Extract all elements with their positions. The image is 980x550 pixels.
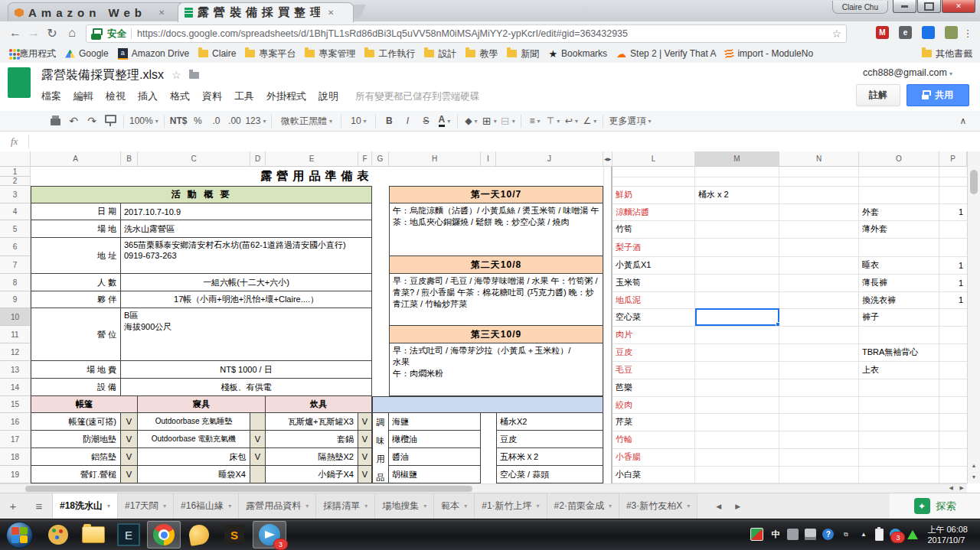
- col-header-F[interactable]: F: [358, 151, 372, 167]
- font-select[interactable]: 微軟正黑體: [277, 112, 335, 129]
- cell-shopping[interactable]: 梨子酒: [612, 238, 695, 256]
- cell-label-date[interactable]: 日 期: [31, 203, 121, 220]
- cell-shopping[interactable]: 肉片: [612, 326, 695, 343]
- row-header-6[interactable]: 6: [0, 238, 31, 256]
- home-button[interactable]: ⌂: [63, 24, 81, 42]
- cell-check[interactable]: [250, 413, 266, 431]
- cell-prep[interactable]: 五杯米Ｘ2: [496, 448, 603, 466]
- cell-qty[interactable]: 1: [939, 203, 967, 220]
- bookmark-bookmarks[interactable]: ★Bookmarks: [548, 48, 607, 60]
- chrome-menu-icon[interactable]: ⋮: [959, 24, 977, 42]
- extension-evernote-icon[interactable]: e: [899, 26, 912, 39]
- ime-chinese-icon[interactable]: 中: [769, 529, 781, 540]
- cell-label-address[interactable]: 地 址: [31, 238, 121, 274]
- cell-shopping[interactable]: 涼麵沾醬: [612, 203, 695, 220]
- add-sheet-button[interactable]: +: [0, 493, 26, 519]
- cell-day2-header[interactable]: 第二天10/8: [389, 256, 603, 274]
- borders-button[interactable]: ⊞: [482, 112, 497, 129]
- taskbar-app-chrome[interactable]: [147, 521, 181, 548]
- cell-seasoning-label[interactable]: 調 味 用 品: [372, 413, 389, 483]
- horizontal-scroll-thumb[interactable]: [25, 486, 472, 492]
- cell-label-facility[interactable]: 設 備: [31, 379, 121, 396]
- cell-shopping[interactable]: 空心菜: [612, 308, 695, 326]
- select-all-corner[interactable]: [0, 151, 31, 167]
- bookmark-amazon-drive[interactable]: aAmazon Drive: [118, 48, 189, 60]
- cell-equip[interactable]: 小鍋子X4: [266, 466, 358, 483]
- bookmark-folder[interactable]: 教學: [466, 47, 498, 60]
- bookmark-step2[interactable]: ☁Step 2 | Verify That A: [616, 48, 716, 60]
- bookmark-folder[interactable]: 專案平台: [245, 47, 296, 60]
- cell-seasoning[interactable]: 橄欖油: [389, 431, 481, 448]
- col-header-J[interactable]: J: [496, 151, 603, 167]
- all-sheets-button[interactable]: ≡: [26, 493, 52, 519]
- forward-button[interactable]: →: [24, 24, 43, 42]
- extension-session-icon[interactable]: [945, 26, 958, 39]
- sheet-tab[interactable]: 範本: [434, 493, 475, 519]
- merge-cells-button[interactable]: ⊟: [500, 112, 515, 129]
- row-header-9[interactable]: 9: [0, 291, 31, 308]
- menu-edit[interactable]: 編輯: [67, 87, 100, 106]
- menu-tools[interactable]: 工具: [228, 87, 260, 106]
- bookmark-google[interactable]: Google: [65, 48, 109, 59]
- back-button[interactable]: ←: [6, 24, 24, 42]
- cell-clothing[interactable]: 褲子: [859, 308, 939, 326]
- extension-translate-icon[interactable]: [922, 26, 935, 39]
- cell-clothing[interactable]: 換洗衣褲: [859, 291, 939, 308]
- text-rotation-button[interactable]: ∠: [582, 112, 597, 129]
- cell-clothing[interactable]: 睡衣: [859, 256, 939, 274]
- row-header-4[interactable]: 4: [0, 203, 31, 220]
- cell-check[interactable]: V: [250, 448, 266, 466]
- number-format-button[interactable]: 123: [245, 112, 266, 129]
- col-header-I[interactable]: I: [481, 151, 496, 167]
- cell-shopping[interactable]: 地瓜泥: [612, 291, 695, 308]
- cell-seasoning[interactable]: 胡椒鹽: [389, 466, 481, 483]
- bookmark-star-icon[interactable]: ☆: [831, 28, 841, 40]
- collapse-toolbar-button[interactable]: ∧: [956, 112, 971, 129]
- bookmark-folder[interactable]: Claire: [198, 48, 236, 59]
- sheets-logo[interactable]: [8, 67, 31, 98]
- cell-value-site[interactable]: B區 海拔900公尺: [121, 308, 372, 361]
- unhide-right-icon[interactable]: ▶: [608, 156, 612, 161]
- col-header-B[interactable]: B: [121, 151, 138, 167]
- row-header-19[interactable]: 19: [0, 466, 31, 483]
- cell-equip[interactable]: Outdoorbase 充氣睡墊: [138, 413, 250, 431]
- cell-sheet-title[interactable]: 露營用品準備表: [31, 167, 603, 186]
- vertical-scroll-thumb[interactable]: [970, 170, 978, 194]
- currency-format-button[interactable]: NT$: [170, 112, 188, 129]
- taskbar-app-navicat[interactable]: [182, 521, 216, 548]
- cell-seasoning[interactable]: 海鹽: [389, 413, 481, 431]
- cell-value-fee[interactable]: NT$ 1000 / 日: [121, 361, 372, 379]
- row-header-1[interactable]: 1: [0, 167, 31, 177]
- font-size-select[interactable]: 10: [347, 112, 370, 129]
- cell-check[interactable]: V: [358, 466, 372, 483]
- cell-shopping[interactable]: 竹筍: [612, 220, 695, 238]
- cell-equip[interactable]: 隔熱墊X2: [266, 448, 358, 466]
- cell-equip[interactable]: 床包: [138, 448, 250, 466]
- comments-button[interactable]: 註解: [856, 84, 900, 106]
- percent-format-button[interactable]: %: [190, 112, 205, 129]
- row-header-2[interactable]: 2: [0, 177, 31, 186]
- row-header-17[interactable]: 17: [0, 431, 31, 448]
- vertical-scrollbar[interactable]: ▲ ▼: [967, 151, 980, 483]
- row-header-15[interactable]: 15: [0, 396, 31, 413]
- cell-seasoning[interactable]: 醬油: [389, 448, 481, 466]
- col-header-D[interactable]: D: [250, 151, 266, 167]
- redo-button[interactable]: ↷: [84, 112, 100, 129]
- cell-shopping[interactable]: 毛豆: [612, 361, 695, 379]
- document-title-text[interactable]: 露營裝備採買整理.xlsx: [41, 68, 164, 81]
- cell-clothing[interactable]: 薄長褲: [859, 274, 939, 291]
- taskbar-app-telegram[interactable]: 3: [253, 521, 286, 548]
- scroll-down-icon[interactable]: ▼: [968, 471, 980, 483]
- sheet-tab[interactable]: 場地搜集: [375, 493, 434, 519]
- move-folder-icon[interactable]: [189, 72, 199, 79]
- start-button[interactable]: [6, 522, 33, 548]
- cell-day3-meals[interactable]: 早：法式吐司 / 海帶芽沙拉（小黃瓜＋玉米粒）/ 水果 午：肉燜米粉: [389, 343, 603, 396]
- cell-value-date[interactable]: 2017.10.7-10.9: [121, 203, 372, 220]
- scroll-right-icon[interactable]: ▶: [960, 485, 964, 491]
- cell-shopping[interactable]: 絞肉: [612, 396, 695, 413]
- row-header-16[interactable]: 16: [0, 413, 31, 431]
- star-doc-icon[interactable]: ☆: [172, 69, 181, 81]
- cell-shopping[interactable]: 小香腸: [612, 448, 695, 466]
- menu-addons[interactable]: 外掛程式: [260, 87, 312, 106]
- tab-close-icon[interactable]: ✕: [158, 8, 165, 17]
